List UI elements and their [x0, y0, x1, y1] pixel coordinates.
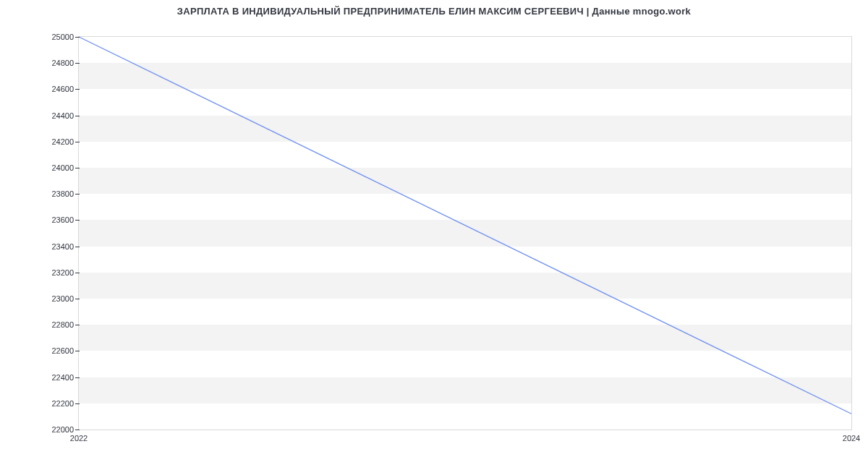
line-chart: ЗАРПЛАТА В ИНДИВИДУАЛЬНЫЙ ПРЕДПРИНИМАТЕЛ…	[0, 0, 868, 470]
y-tick-label: 22000	[51, 425, 74, 434]
y-tick-label: 22200	[51, 399, 74, 408]
series-line	[79, 37, 851, 414]
y-tick-label: 24800	[51, 59, 74, 67]
y-tick-label: 24000	[51, 163, 74, 172]
chart-title: ЗАРПЛАТА В ИНДИВИДУАЛЬНЫЙ ПРЕДПРИНИМАТЕЛ…	[0, 6, 868, 17]
y-tick-label: 25000	[51, 33, 74, 41]
series-layer	[79, 37, 851, 430]
x-tick-label: 2022	[70, 434, 88, 443]
y-tick-label: 23800	[51, 189, 74, 198]
y-tick-label: 24400	[51, 111, 74, 120]
y-tick-label: 23600	[51, 215, 74, 224]
y-tick-label: 22400	[51, 373, 74, 382]
y-tick-label: 23200	[51, 268, 74, 277]
plot-area	[78, 36, 852, 430]
y-tick-label: 23000	[51, 294, 74, 303]
y-tick-label: 22600	[51, 346, 74, 355]
y-tick-label: 23400	[51, 242, 74, 251]
y-tick-label: 24600	[51, 85, 74, 93]
x-tick-label: 2024	[843, 434, 860, 443]
y-tick-label: 22800	[51, 320, 74, 329]
y-tick-label: 24200	[51, 137, 74, 146]
